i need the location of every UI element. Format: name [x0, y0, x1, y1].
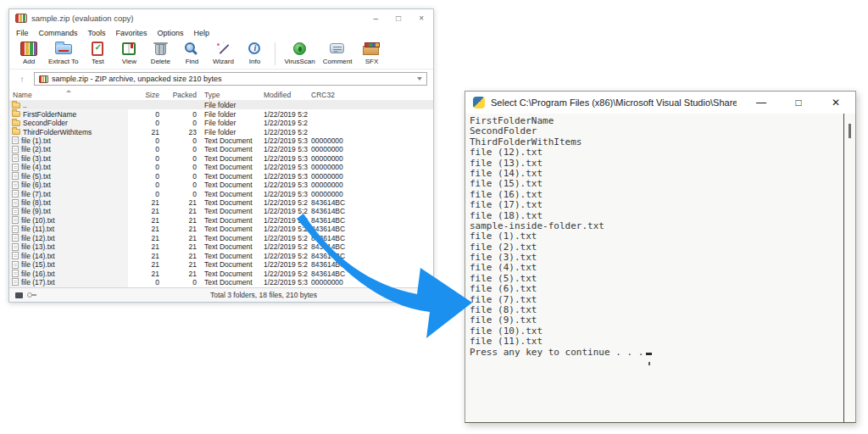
toolbar-virusscan-button[interactable]: VirusScan — [281, 41, 317, 65]
table-row[interactable]: file (13).txt2121Text Document1/22/2019 … — [9, 242, 433, 251]
file-modified: 1/22/2019 5:28 ... — [260, 242, 308, 251]
file-crc32: 843614BC — [308, 225, 348, 233]
file-size: 0 — [128, 119, 164, 127]
table-row[interactable]: file (4).txt00Text Document1/22/2019 5:3… — [9, 163, 433, 171]
table-row[interactable]: file (11).txt2121Text Document1/22/2019 … — [9, 225, 433, 233]
file-packed-size: 0 — [164, 110, 201, 119]
table-row[interactable]: ThirdFolderWithItems2123File folder1/22/… — [9, 127, 433, 136]
toolbar-add-button[interactable]: Add — [14, 41, 43, 65]
maximize-button[interactable]: □ — [780, 92, 817, 114]
table-row[interactable]: SecondFolder00File folder1/22/2019 5:27 … — [9, 119, 433, 127]
file-type: Text Document — [201, 154, 260, 163]
file-type: File folder — [201, 128, 260, 136]
table-row[interactable]: file (1).txt00Text Document1/22/2019 5:3… — [9, 136, 433, 145]
toolbar-extract-to-button[interactable]: Extract To — [46, 41, 81, 65]
file-name: file (12).txt — [21, 234, 55, 242]
minimize-button[interactable]: — — [743, 92, 780, 114]
column-header-size[interactable]: Size — [128, 91, 164, 99]
console-line: file (4).txt — [470, 263, 842, 273]
file-modified: 1/22/2019 5:30 ... — [260, 181, 308, 189]
file-name: FirstFolderName — [23, 110, 76, 119]
file-name: file (5).txt — [21, 172, 51, 181]
menu-favorites[interactable]: Favorites — [116, 29, 147, 37]
table-row[interactable]: file (16).txt2121Text Document1/22/2019 … — [9, 269, 433, 277]
scrollbar-thumb[interactable] — [849, 124, 851, 138]
toolbar-find-button[interactable]: Find — [177, 41, 206, 65]
minimize-button[interactable]: – — [374, 14, 379, 23]
maximize-button[interactable]: □ — [396, 14, 401, 23]
table-row[interactable]: file (2).txt00Text Document1/22/2019 5:3… — [9, 145, 433, 153]
table-row[interactable]: file (15).txt2121Text Document1/22/2019 … — [9, 260, 433, 269]
table-row[interactable]: file (6).txt00Text Document1/22/2019 5:3… — [9, 181, 433, 189]
console-scrollbar[interactable] — [843, 114, 855, 422]
console-line: file (15).txt — [470, 179, 842, 189]
table-row[interactable]: file (7).txt00Text Document1/22/2019 5:3… — [9, 189, 433, 198]
table-row[interactable]: file (12).txt2121Text Document1/22/2019 … — [9, 234, 433, 242]
file-name: file (16).txt — [21, 270, 55, 278]
file-type: Text Document — [201, 198, 260, 207]
folder-up-icon — [12, 103, 20, 108]
console-output[interactable]: FirstFolderNameSecondFolderThirdFolderWi… — [465, 114, 855, 422]
column-header-crc32[interactable]: CRC32 — [308, 91, 348, 99]
column-header-packed[interactable]: Packed — [164, 91, 201, 99]
toolbar-delete-button[interactable]: Delete — [146, 41, 175, 65]
extract-to-folder-icon — [53, 41, 74, 58]
file-size: 21 — [128, 242, 164, 251]
table-row[interactable]: file (3).txt00Text Document1/22/2019 5:3… — [9, 154, 433, 163]
chevron-down-icon[interactable] — [417, 77, 422, 81]
menu-commands[interactable]: Commands — [39, 29, 78, 37]
delete-trash-icon — [150, 41, 170, 58]
file-name: file (14).txt — [21, 252, 55, 260]
file-type: Text Document — [201, 270, 260, 278]
file-name: file (17).txt — [21, 278, 55, 287]
table-row[interactable]: file (5).txt00Text Document1/22/2019 5:3… — [9, 172, 433, 181]
close-button[interactable]: × — [419, 14, 424, 23]
console-window-title: Select C:\Program Files (x86)\Microsoft … — [491, 97, 737, 108]
console-lines: FirstFolderNameSecondFolderThirdFolderWi… — [470, 116, 842, 348]
menu-tools[interactable]: Tools — [88, 29, 106, 37]
toolbar-sfx-button[interactable]: SFX — [357, 41, 386, 65]
menu-options[interactable]: Options — [158, 29, 184, 37]
console-line: file (9).txt — [470, 315, 842, 326]
winrar-titlebar: sample.zip (evaluation copy) – □ × — [9, 9, 433, 27]
text-file-icon — [12, 199, 19, 207]
table-row[interactable]: FirstFolderName00File folder1/22/2019 5:… — [9, 109, 433, 118]
up-one-level-button[interactable]: ↑ — [15, 75, 29, 84]
close-button[interactable]: ✕ — [817, 92, 854, 114]
table-row[interactable]: file (8).txt2121Text Document1/22/2019 5… — [9, 198, 433, 207]
file-type: Text Document — [201, 190, 260, 198]
table-row[interactable]: ..File folder — [9, 101, 433, 109]
menu-help[interactable]: Help — [194, 29, 210, 37]
toolbar-info-button[interactable]: Info — [240, 41, 269, 65]
file-modified: 1/22/2019 5:28 ... — [260, 252, 308, 260]
file-crc32: 00000000 — [308, 172, 348, 181]
menu-file[interactable]: File — [16, 29, 29, 37]
virusscan-icon — [290, 41, 310, 58]
column-header-modified[interactable]: Modified — [260, 91, 308, 99]
console-line: SecondFolder — [470, 126, 842, 136]
table-row[interactable]: file (14).txt2121Text Document1/22/2019 … — [9, 251, 433, 259]
text-file-icon — [12, 172, 19, 180]
toolbar-comment-button[interactable]: Comment — [320, 41, 355, 65]
info-circle-icon — [244, 41, 264, 58]
file-list-header: Name Size Packed Type Modified CRC32 — [9, 89, 433, 101]
archive-path-combobox[interactable]: sample.zip - ZIP archive, unpacked size … — [34, 72, 427, 86]
python-icon — [473, 97, 485, 108]
column-header-type[interactable]: Type — [201, 91, 260, 99]
table-row[interactable]: file (9).txt2121Text Document1/22/2019 5… — [9, 207, 433, 215]
table-row[interactable]: file (10).txt2121Text Document1/22/2019 … — [9, 216, 433, 225]
toolbar-view-button[interactable]: View — [114, 41, 143, 65]
console-titlebar: Select C:\Program Files (x86)\Microsoft … — [465, 92, 855, 114]
toolbar-test-button[interactable]: Test — [83, 41, 112, 65]
text-file-icon — [12, 270, 19, 277]
console-line: file (1).txt — [470, 231, 842, 242]
toolbar-wizard-button[interactable]: Wizard — [209, 41, 237, 65]
file-name: file (4).txt — [21, 163, 51, 171]
file-size: 21 — [128, 207, 164, 215]
file-crc32: 00000000 — [308, 145, 348, 153]
table-row[interactable]: file (17).txt00Text Document1/22/2019 5:… — [9, 278, 433, 287]
blinking-cursor-icon — [648, 362, 650, 365]
disk-icon — [15, 292, 23, 298]
file-type: Text Document — [201, 163, 260, 171]
file-size: 0 — [128, 145, 164, 153]
